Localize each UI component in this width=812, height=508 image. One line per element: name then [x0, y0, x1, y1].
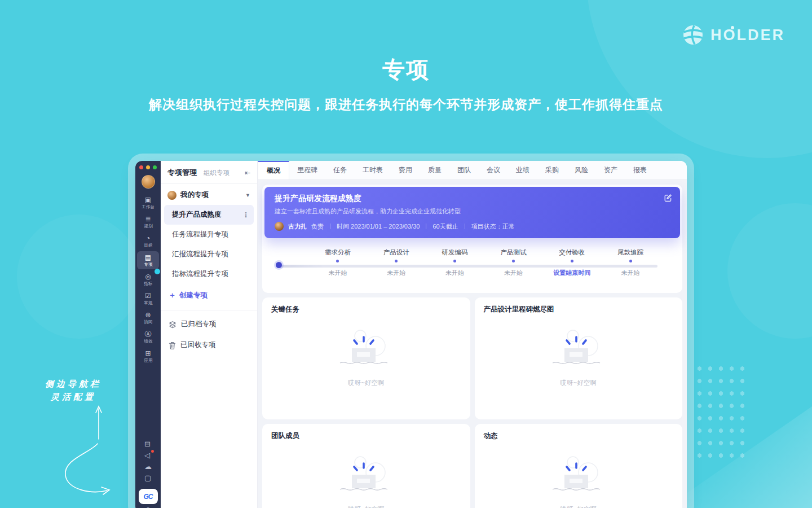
tab-bar: 概况 里程碑 任务 工时表 费用 质量 团队 会议 [258, 161, 687, 180]
tab[interactable]: 里程碑 [289, 161, 325, 179]
screen-icon[interactable]: ▢ [144, 474, 152, 482]
empty-state-illustration [545, 327, 612, 372]
stage-dot [336, 260, 339, 262]
holder-sphere-icon [682, 24, 704, 46]
my-projects-group[interactable]: 我的专项 ▼ [161, 184, 257, 205]
layers-icon [169, 321, 176, 329]
stage-status[interactable]: 未开始 [426, 269, 484, 277]
tab[interactable]: 概况 [258, 161, 289, 179]
project-banner: 提升产品研发流程成熟度 建立一套标准且成熟的产品研发流程，助力企业完成企业规范化… [264, 187, 680, 238]
stage-name: 产品设计 [367, 248, 426, 257]
collapse-panel-icon[interactable]: ⇤ [245, 169, 250, 177]
maximize-button[interactable] [153, 165, 157, 169]
panel-title: 专项管理 [167, 168, 197, 178]
gc-logo-text: GC [144, 493, 153, 501]
project-list-item[interactable]: 指标流程提升专项 [164, 264, 254, 284]
panel-tool-icon[interactable]: ⊟ [144, 440, 152, 448]
owner-name: 古力扎 [288, 222, 307, 231]
dashboard-card: 动态 [475, 424, 683, 508]
main-area: 概况 里程碑 任务 工时表 费用 质量 团队 会议 [258, 161, 687, 508]
交付验收: 交付验收 设置结束时间 [542, 248, 601, 277]
org-projects-tab[interactable]: 组织专项 [204, 169, 230, 177]
nav-icon: ◎ [145, 273, 151, 281]
nav-icon: ≣ [145, 215, 151, 223]
sidebar-item-workbench[interactable]: ▣ 工作台 [137, 194, 159, 212]
project-timeline: 需求分析 未开始 产品设计 未开始 [264, 238, 680, 291]
tab[interactable]: 质量 [420, 161, 449, 179]
stage-status[interactable]: 未开始 [367, 269, 426, 277]
tab[interactable]: 会议 [479, 161, 508, 179]
stage-status[interactable]: 未开始 [308, 269, 367, 277]
project-list: 提升产品成熟度 ⋮ 任务流程提升专项 汇报流程提升专项 [161, 205, 257, 284]
archived-projects-link[interactable]: 已归档专项 [161, 314, 257, 335]
divider [161, 310, 257, 310]
app-window: ▣ 工作台 ≣ 规划 ◔ 目标 [135, 161, 687, 508]
deco-circle [727, 203, 812, 339]
brand-name: HOLDER [710, 27, 785, 44]
tab[interactable]: 报表 [625, 161, 655, 179]
尾款追踪: 尾款追踪 未开始 [601, 248, 660, 277]
user-avatar[interactable] [142, 175, 155, 189]
caret-down-icon: ▼ [245, 192, 250, 198]
kebab-menu-icon[interactable]: ⋮ [242, 211, 249, 219]
nav-icon: ▣ [145, 196, 151, 204]
stage-name: 产品测试 [484, 248, 542, 257]
sidebar-tools: ⊟ ◁ ☁ ▢ [139, 437, 158, 508]
project-list-item[interactable]: 提升产品成熟度 ⋮ [164, 205, 254, 225]
project-list-item[interactable]: 任务流程提升专项 [164, 225, 254, 244]
tab[interactable]: 费用 [391, 161, 420, 179]
tab[interactable]: 业绩 [508, 161, 537, 179]
project-title: 提升产品研发流程成熟度 [275, 194, 670, 204]
产品测试: 产品测试 未开始 [484, 248, 542, 277]
nav-label: 常规 [144, 300, 152, 305]
sidebar-item-apps[interactable]: ⊞ 应用 [137, 347, 159, 365]
owner-role: 负责 [311, 222, 324, 231]
nav-label: 工作台 [142, 204, 155, 209]
stage-name: 研发编码 [426, 248, 484, 257]
group-label: 我的专项 [180, 190, 209, 200]
close-button[interactable] [139, 165, 143, 169]
project-deadline: 60天截止 [433, 222, 458, 231]
app-window-frame: ▣ 工作台 ≣ 规划 ◔ 目标 [128, 154, 694, 508]
sidebar-item-performance[interactable]: Ⓐ 绩效 [137, 328, 159, 346]
project-description: 建立一套标准且成熟的产品研发流程，助力企业完成企业规范化转型 [275, 207, 670, 216]
tab[interactable]: 团队 [449, 161, 479, 179]
nav-label: 协同 [144, 319, 152, 325]
active-nav-indicator-dot [155, 269, 160, 274]
tab[interactable]: 风险 [567, 161, 596, 179]
sidebar-item-projects[interactable]: ▤ 专项 [137, 251, 159, 269]
sidebar-item-planning[interactable]: ≣ 规划 [137, 213, 159, 231]
project-time: 时间 2023/01/01 – 2023/03/30 [337, 222, 420, 231]
tab[interactable]: 任务 [325, 161, 355, 179]
chevron-down-icon[interactable]: ▾ [147, 505, 149, 508]
nav-label: 应用 [144, 358, 152, 363]
stage-dot [512, 260, 515, 262]
dashboard-grid: 关键任务 [262, 297, 682, 508]
recycled-projects-link[interactable]: 已回收专项 [161, 335, 257, 356]
owner-avatar [275, 222, 284, 231]
tab[interactable]: 资产 [596, 161, 625, 179]
project-list-item[interactable]: 汇报流程提升专项 [164, 244, 254, 264]
create-project-button[interactable]: ＋ 创建专项 [161, 284, 257, 306]
nav-label: 规划 [144, 224, 152, 229]
card-title: 团队成员 [271, 431, 461, 441]
gc-logo[interactable]: GC [139, 489, 158, 504]
sidebar-item-goals[interactable]: ◔ 目标 [137, 232, 159, 250]
sidebar-item-routine[interactable]: ☑ 常规 [137, 290, 159, 308]
stage-status[interactable]: 设置结束时间 [542, 269, 601, 277]
group-avatar [167, 191, 176, 200]
stage-dot [571, 260, 573, 262]
cloud-icon[interactable]: ☁ [144, 462, 152, 471]
dashboard-card: 团队成员 [262, 424, 470, 508]
overview-content: 提升产品研发流程成熟度 建立一套标准且成熟的产品研发流程，助力企业完成企业规范化… [258, 180, 687, 508]
tab[interactable]: 工时表 [355, 161, 391, 179]
stage-status[interactable]: 未开始 [601, 269, 660, 277]
sidebar-item-collaboration[interactable]: ⊛ 协同 [137, 309, 159, 327]
edit-icon[interactable] [664, 194, 672, 202]
announcement-icon[interactable]: ◁ [144, 451, 152, 459]
stage-status[interactable]: 未开始 [484, 269, 542, 277]
minimize-button[interactable] [146, 165, 150, 169]
tab[interactable]: 采购 [537, 161, 567, 179]
nav-label: 绩效 [144, 339, 152, 344]
divider [465, 224, 465, 229]
